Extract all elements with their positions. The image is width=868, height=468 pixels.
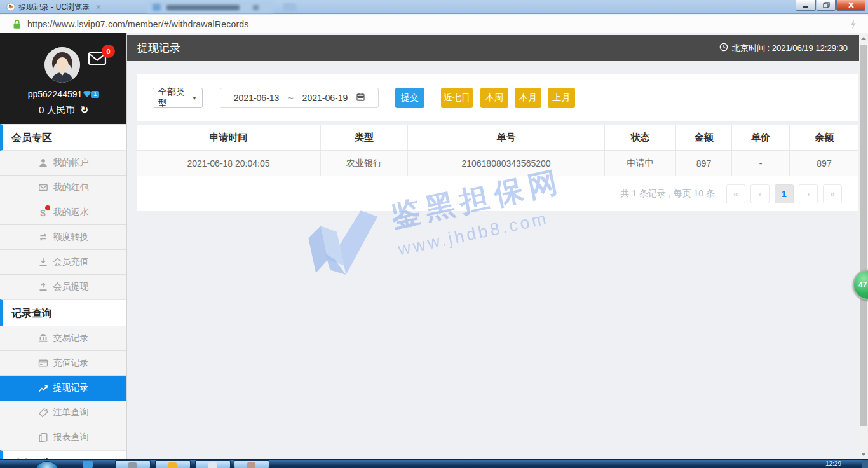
pagination-summary: 共 1 条记录 , 每页 10 条	[620, 188, 715, 200]
sidebar-item-deposit-records[interactable]: 充值记录	[0, 351, 126, 376]
quick-this-week-button[interactable]: 本周	[480, 88, 508, 108]
minimize-button[interactable]	[796, 0, 816, 11]
url-text[interactable]: https://www.lsvip07.com/member/#/withdra…	[27, 19, 248, 29]
download-icon	[38, 257, 48, 267]
scroll-up-icon[interactable]	[859, 33, 868, 43]
cell-order-no: 210618080343565200	[408, 151, 605, 176]
show-desktop-button[interactable]	[862, 460, 868, 468]
cell-balance: 897	[790, 151, 858, 176]
sidebar-item-label: 会员充值	[53, 256, 89, 268]
sidebar-item-report-query[interactable]: 报表查询	[0, 425, 126, 450]
prev-page-button[interactable]: ‹	[750, 184, 770, 203]
cell-apply-time: 2021-06-18 20:04:05	[137, 151, 321, 176]
scroll-down-icon[interactable]	[859, 449, 868, 459]
sidebar-item-member-deposit[interactable]: 会员充值	[0, 250, 126, 275]
screen: 提现记录 - UC浏览器 https://www.l	[0, 0, 868, 468]
cell-type: 农业银行	[321, 151, 408, 176]
notification-dot	[45, 205, 50, 210]
restore-button[interactable]	[817, 0, 836, 11]
sidebar-item-label: 提现记录	[53, 382, 89, 394]
taskbar-pinned-icon[interactable]	[83, 461, 93, 468]
username-row: pp5622445911	[0, 89, 127, 99]
sidebar-item-bet-query[interactable]: 注单查询	[0, 401, 126, 425]
refresh-balance-icon[interactable]: ↻	[80, 104, 88, 115]
clock-icon	[719, 43, 728, 53]
close-button[interactable]	[836, 0, 865, 11]
new-tab-button[interactable]	[283, 3, 296, 11]
date-from[interactable]: 2021-06-13	[234, 93, 280, 103]
tab-close-icon[interactable]	[96, 4, 101, 10]
balance-row: 0 人民币↻	[0, 104, 127, 116]
lightning-icon[interactable]	[850, 20, 857, 31]
taskbar-app-3[interactable]	[195, 460, 231, 468]
main-content: 提现记录 北京时间 : 2021/06/19 12:29:30 全部类型 ▼ 2…	[127, 33, 859, 459]
sidebar-item-label: 我的红包	[53, 182, 89, 193]
quick-last-month-button[interactable]: 上月	[548, 88, 575, 108]
tab-title: 提现记录 - UC浏览器	[18, 2, 90, 13]
date-to[interactable]: 2021-06-19	[302, 93, 348, 103]
col-order-no: 单号	[408, 125, 605, 150]
page-1-button[interactable]: 1	[775, 184, 794, 203]
page-title: 提现记录	[137, 41, 180, 55]
sidebar-item-label: 注单查询	[53, 407, 89, 418]
cell-unit-price: -	[732, 151, 790, 176]
cell-status: 申请中	[605, 151, 676, 176]
type-select-value: 全部类型	[158, 86, 192, 109]
uc-browser-favicon-icon	[6, 3, 15, 11]
table-row: 2021-06-18 20:04:05 农业银行 210618080343565…	[137, 151, 858, 176]
next-page-button[interactable]: ›	[799, 184, 818, 203]
quick-last-7-days-button[interactable]: 近七日	[441, 88, 473, 108]
sidebar-section-announcements: 消息公告	[0, 450, 126, 459]
quick-this-month-button[interactable]: 本月	[515, 88, 541, 108]
chevron-down-icon: ▼	[192, 95, 197, 101]
credit-card-icon	[38, 358, 48, 368]
sidebar-item-my-account[interactable]: 我的帐户	[0, 151, 126, 176]
browser-tab-active[interactable]: 提现记录 - UC浏览器	[0, 0, 135, 14]
vip-gem-icon	[83, 89, 91, 99]
taskbar-clock[interactable]: 12:29	[825, 460, 841, 467]
submit-button[interactable]: 提交	[395, 88, 424, 108]
taskbar-app-4[interactable]	[234, 460, 269, 468]
balance-value: 0 人民币	[39, 104, 76, 115]
type-select[interactable]: 全部类型 ▼	[153, 88, 203, 108]
col-balance: 余额	[790, 125, 858, 150]
sidebar-item-my-rebate[interactable]: $ 我的返水	[0, 200, 126, 225]
browser-tab-blurred[interactable]	[146, 1, 273, 13]
sidebar-item-label: 额度转换	[53, 231, 89, 243]
sidebar-item-label: 报表查询	[53, 432, 89, 443]
sidebar-item-member-withdraw[interactable]: 会员提现	[0, 275, 126, 299]
sidebar-section-member: 会员专区	[0, 124, 126, 151]
sidebar-item-transaction-records[interactable]: 交易记录	[0, 326, 126, 351]
calendar-icon[interactable]	[356, 93, 365, 103]
bank-icon	[38, 333, 48, 343]
taskbar-app-1[interactable]	[115, 460, 151, 468]
sidebar-section-records: 记录查询	[0, 299, 126, 326]
start-button[interactable]	[36, 461, 58, 468]
sidebar: 0 pp5622445911 0 人民币↻ 会员专区 我的帐户 我的红包 $ 我…	[0, 33, 127, 459]
vertical-scrollbar[interactable]	[859, 33, 868, 459]
envelope-icon	[38, 182, 48, 193]
sidebar-item-label: 交易记录	[53, 333, 89, 344]
col-apply-time: 申请时间	[137, 125, 321, 150]
blurred-tab-close	[253, 5, 259, 10]
records-table: 申请时间 类型 单号 状态 金额 单价 余额 2021-06-18 20:04:…	[137, 125, 858, 211]
col-status: 状态	[605, 125, 676, 150]
ssl-lock-icon	[13, 19, 21, 29]
avatar[interactable]	[44, 47, 80, 83]
taskbar-app-2[interactable]	[155, 460, 191, 468]
watermark-logo-icon	[299, 200, 393, 297]
username: pp562244591	[28, 89, 83, 99]
first-page-button[interactable]: «	[726, 184, 745, 203]
last-page-button[interactable]: »	[823, 184, 842, 203]
col-unit-price: 单价	[732, 125, 790, 150]
sidebar-item-withdrawal-records[interactable]: 提现记录	[0, 376, 126, 401]
line-chart-icon	[38, 383, 48, 393]
address-bar[interactable]: https://www.lsvip07.com/member/#/withdra…	[0, 15, 868, 34]
blurred-tab-title	[166, 5, 240, 10]
scrollbar-thumb[interactable]	[860, 45, 867, 426]
sidebar-item-quota-transfer[interactable]: 额度转换	[0, 225, 126, 250]
date-range-input[interactable]: 2021-06-13 ~ 2021-06-19	[220, 88, 379, 108]
table-header-row: 申请时间 类型 单号 状态 金额 单价 余额	[137, 125, 858, 151]
sidebar-item-my-redpacket[interactable]: 我的红包	[0, 176, 126, 200]
upload-icon	[38, 282, 48, 292]
